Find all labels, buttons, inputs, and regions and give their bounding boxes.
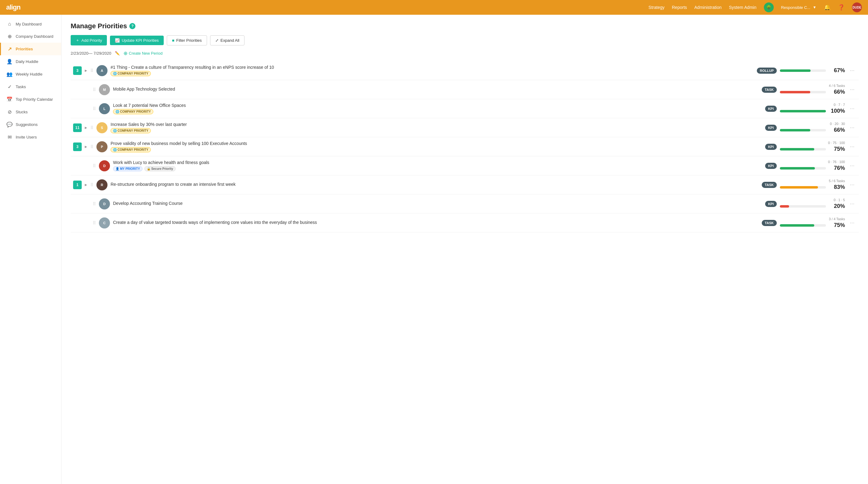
pct-row: 83%	[780, 184, 845, 190]
company-tag: 🌐 COMPANY PRIORITY	[113, 109, 153, 114]
sidebar-icon-daily-huddle: 👤	[6, 59, 12, 64]
priority-info: Develop Accounting Training Course	[113, 201, 762, 207]
drag-handle[interactable]: ⠿	[93, 201, 96, 206]
user-avatar[interactable]: DUDE	[852, 2, 862, 12]
avatar: S	[96, 122, 107, 133]
toolbar: ＋ Add Priority 📈 Update KPI Priorities ■…	[71, 35, 859, 45]
page-help-icon[interactable]: ?	[129, 23, 135, 29]
more-options-button[interactable]: ···	[848, 67, 856, 74]
more-options-button[interactable]: ···	[848, 200, 856, 207]
priority-row: ⠿ M Mobile App Technology Selected TASK …	[71, 80, 859, 99]
drag-handle[interactable]: ⠿	[93, 87, 96, 92]
expand-chevron[interactable]: ▶	[85, 145, 87, 148]
nav-reports[interactable]: Reports	[672, 5, 687, 10]
drag-handle[interactable]: ⠿	[90, 125, 93, 130]
progress-section: 0 · 75 · 100 75%	[780, 141, 845, 152]
expand-chevron[interactable]: ▶	[85, 126, 87, 129]
progress-section: 3 / 4 Tasks 75%	[780, 217, 845, 228]
priority-list: 3 ▶ ⠿ A #1 Thing - Create a culture of T…	[71, 61, 859, 232]
nav-administration[interactable]: Administration	[694, 5, 722, 10]
priority-tags: 🌐 COMPANY PRIORITY	[111, 128, 762, 133]
expand-icon: ⤢	[215, 38, 219, 43]
notifications-icon[interactable]: 🔔	[824, 4, 831, 11]
sidebar-label-top-priority-calendar: Top Priority Calendar	[16, 97, 53, 102]
sidebar-item-priorities[interactable]: ↗ Priorities	[0, 43, 61, 55]
sidebar-item-weekly-huddle[interactable]: 👥 Weekly Huddle	[0, 68, 61, 80]
dropdown-icon: ▼	[813, 5, 816, 9]
more-options-button[interactable]: ···	[848, 182, 856, 188]
more-options-button[interactable]: ···	[848, 143, 856, 150]
progress-percent: 75%	[829, 222, 845, 228]
avatar: A	[96, 65, 107, 76]
badge-count: 11	[73, 124, 82, 132]
nav-system-admin[interactable]: System Admin	[729, 5, 756, 10]
sidebar-item-company-dashboard[interactable]: ⊕ Company Dashboard	[0, 30, 61, 43]
drag-handle[interactable]: ⠿	[93, 163, 96, 168]
create-period-button[interactable]: ⊕ Create New Period	[123, 51, 162, 56]
nav-right: Strategy Reports Administration System A…	[648, 2, 862, 12]
more-options-button[interactable]: ···	[848, 162, 856, 169]
add-priority-button[interactable]: ＋ Add Priority	[71, 35, 107, 45]
priority-tags: 🌐 COMPANY PRIORITY	[113, 109, 762, 114]
priority-info: Increase Sales by 30% over last quarter …	[111, 122, 762, 133]
sidebar-item-top-priority-calendar[interactable]: 📅 Top Priority Calendar	[0, 93, 61, 106]
avatar: R	[96, 179, 107, 190]
my-priority-tag: 👤 MY PRIORITY	[113, 166, 143, 171]
expand-chevron[interactable]: ▶	[85, 69, 87, 72]
progress-bar-fill	[780, 148, 814, 151]
progress-bar-fill	[780, 129, 810, 131]
more-options-button[interactable]: ···	[848, 124, 856, 131]
avatar: P	[96, 141, 107, 152]
edit-period-icon[interactable]: ✏️	[115, 51, 120, 56]
expand-all-button[interactable]: ⤢ Expand All	[210, 35, 245, 45]
sidebar-item-tasks[interactable]: ✓ Tasks	[0, 80, 61, 93]
sidebar-item-my-dashboard[interactable]: ⌂ My Dashboard	[0, 18, 61, 30]
drag-handle[interactable]: ⠿	[90, 144, 93, 149]
progress-bar-container	[780, 91, 826, 93]
progress-bar-fill	[780, 91, 810, 93]
progress-label: 0 · 20 · 30	[830, 122, 845, 126]
type-badge: TASK	[762, 182, 777, 188]
chart-icon: 📈	[115, 38, 120, 43]
progress-label: 0 · 7 · 7	[834, 103, 845, 106]
sidebar-icon-weekly-huddle: 👥	[6, 71, 12, 77]
priority-tags: 🌐 COMPANY PRIORITY	[111, 147, 762, 152]
page-title-row: Manage Priorities ?	[71, 22, 859, 30]
more-options-button[interactable]: ···	[848, 86, 856, 93]
sidebar-item-suggestions[interactable]: 💬 Suggestions	[0, 118, 61, 131]
expand-chevron[interactable]: ▶	[85, 183, 87, 186]
priority-title: Re-structure onboarding program to creat…	[111, 182, 758, 187]
progress-bar-fill	[780, 69, 811, 72]
drag-handle[interactable]: ⠿	[90, 183, 93, 187]
sidebar-icon-priorities: ↗	[6, 46, 12, 52]
drag-handle[interactable]: ⠿	[90, 68, 93, 73]
drag-handle[interactable]: ⠿	[93, 106, 96, 111]
sidebar-icon-top-priority-calendar: 📅	[6, 96, 12, 102]
priority-title: Develop Accounting Training Course	[113, 201, 762, 206]
user-label: Responsible C...	[781, 5, 810, 10]
sidebar-item-daily-huddle[interactable]: 👤 Daily Huddle	[0, 55, 61, 68]
sidebar-item-stucks[interactable]: ⊘ Stucks	[0, 106, 61, 118]
priority-row: 3 ▶ ⠿ A #1 Thing - Create a culture of T…	[71, 61, 859, 80]
more-options-button[interactable]: ···	[848, 105, 856, 112]
priority-info: Look at 7 potential New Office Spaces 🌐 …	[113, 103, 762, 114]
nav-strategy[interactable]: Strategy	[648, 5, 664, 10]
priority-title: Work with Lucy to achieve health and fit…	[113, 160, 762, 165]
company-tag: 🌐 COMPANY PRIORITY	[111, 71, 151, 76]
sidebar-icon-invite-users: ✉	[6, 134, 12, 140]
user-menu[interactable]: Responsible C... ▼	[781, 5, 816, 10]
priority-title: #1 Thing - Create a culture of Transpare…	[111, 65, 754, 70]
filter-button[interactable]: ■ Filter Priorities	[167, 35, 207, 45]
help-icon[interactable]: ❓	[838, 4, 845, 11]
progress-percent: 75%	[829, 146, 845, 152]
priority-info: #1 Thing - Create a culture of Transpare…	[111, 65, 754, 76]
drag-handle[interactable]: ⠿	[93, 221, 96, 225]
progress-percent: 76%	[829, 165, 845, 171]
priority-row: 1 ▶ ⠿ R Re-structure onboarding program …	[71, 175, 859, 194]
priority-tags: 👤 MY PRIORITY🔒 Secure Priority	[113, 166, 762, 171]
sidebar-item-invite-users[interactable]: ✉ Invite Users	[0, 131, 61, 143]
company-tree-icon[interactable]: 🌳	[764, 2, 774, 12]
more-options-button[interactable]: ···	[848, 220, 856, 226]
update-kpi-button[interactable]: 📈 Update KPI Priorities	[110, 36, 164, 45]
date-range: 2/23/2020— 7/29/2020	[71, 51, 111, 56]
